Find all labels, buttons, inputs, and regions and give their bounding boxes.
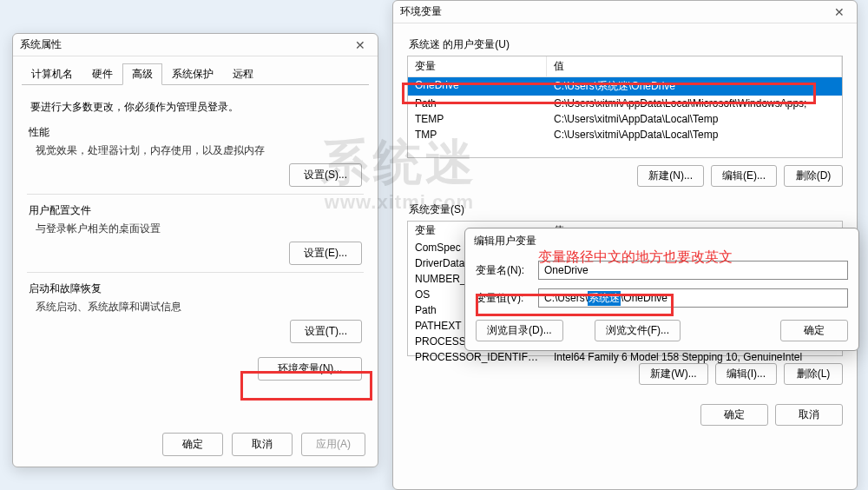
close-icon[interactable]: ✕ [350, 38, 371, 52]
sys-vars-label: 系统变量(S) [409, 202, 841, 217]
perf-sub: 视觉效果，处理器计划，内存使用，以及虚拟内存 [36, 143, 362, 158]
envvars-ok-button[interactable]: 确定 [700, 404, 768, 426]
var-value-label: 变量值(V): [476, 291, 538, 306]
user-vars-label: 系统迷 的用户变量(U) [409, 37, 841, 52]
startup-title: 启动和故障恢复 [29, 281, 362, 296]
sysprops-cancel-button[interactable]: 取消 [232, 433, 293, 456]
envvars-titlebar: 环境变量 ✕ [393, 1, 857, 23]
editdlg-title: 编辑用户变量 [465, 228, 858, 248]
browse-dir-button[interactable]: 浏览目录(D)... [476, 320, 563, 341]
tab-computer-name[interactable]: 计算机名 [22, 63, 82, 85]
sys-edit-button[interactable]: 编辑(I)... [715, 363, 777, 385]
perf-title: 性能 [29, 125, 362, 140]
sys-delete-button[interactable]: 删除(L) [784, 363, 843, 385]
sysprops-title: 系统属性 [20, 37, 350, 52]
envvars-title: 环境变量 [400, 4, 829, 19]
list-row[interactable]: TMPC:\Users\xitmi\AppData\Local\Temp [408, 127, 842, 142]
tab-hardware[interactable]: 硬件 [82, 63, 122, 85]
tab-advanced[interactable]: 高级 [122, 63, 162, 85]
editdlg-ok-button[interactable]: 确定 [780, 320, 848, 341]
close-icon[interactable]: ✕ [829, 5, 850, 19]
env-vars-button[interactable]: 环境变量(N)... [258, 357, 362, 381]
sysprops-tabs: 计算机名 硬件 高级 系统保护 远程 [13, 56, 378, 85]
profiles-title: 用户配置文件 [29, 203, 362, 218]
browse-file-button[interactable]: 浏览文件(F)... [595, 320, 681, 341]
startup-settings-button[interactable]: 设置(T)... [290, 320, 362, 343]
var-name-label: 变量名(N): [476, 263, 538, 278]
list-row[interactable]: TEMPC:\Users\xitmi\AppData\Local\Temp [408, 111, 842, 127]
startup-sub: 系统启动、系统故障和调试信息 [36, 300, 362, 315]
profiles-settings-button[interactable]: 设置(E)... [289, 242, 362, 265]
admin-note: 要进行大多数更改，你必须作为管理员登录。 [30, 100, 360, 115]
tab-remote[interactable]: 远程 [223, 63, 263, 85]
var-value-input[interactable]: C:\Users\系统迷\OneDrive [538, 288, 848, 308]
list-row[interactable]: PROCESSOR_IDENTIFIERIntel64 Family 6 Mod… [408, 349, 842, 365]
tab-system-protection[interactable]: 系统保护 [162, 63, 223, 85]
sysprops-titlebar: 系统属性 ✕ [13, 34, 378, 56]
list-row[interactable]: PathC:\Users\xitmi\AppData\Local\Microso… [408, 96, 842, 111]
user-edit-button[interactable]: 编辑(E)... [711, 165, 777, 187]
annotation-text: 变量路径中文的地方也要改英文 [538, 248, 733, 267]
sys-new-button[interactable]: 新建(W)... [639, 363, 707, 385]
sysprops-ok-button[interactable]: 确定 [162, 433, 223, 456]
user-vars-list[interactable]: 变量 值 OneDriveC:\Users\系统迷\OneDrive PathC… [407, 56, 843, 158]
system-properties-window: 系统属性 ✕ 计算机名 硬件 高级 系统保护 远程 要进行大多数更改，你必须作为… [12, 33, 378, 467]
user-new-button[interactable]: 新建(N)... [637, 165, 704, 187]
envvars-cancel-button[interactable]: 取消 [775, 404, 843, 426]
perf-settings-button[interactable]: 设置(S)... [289, 163, 362, 187]
sysprops-apply-button[interactable]: 应用(A) [301, 433, 365, 456]
list-header: 变量 值 [408, 56, 842, 77]
profiles-sub: 与登录帐户相关的桌面设置 [36, 222, 362, 236]
list-row[interactable]: OneDriveC:\Users\系统迷\OneDrive [408, 77, 842, 96]
edit-user-variable-dialog: 编辑用户变量 变量名(N): OneDrive 变量值(V): C:\Users… [464, 228, 859, 351]
user-delete-button[interactable]: 删除(D) [784, 165, 843, 187]
